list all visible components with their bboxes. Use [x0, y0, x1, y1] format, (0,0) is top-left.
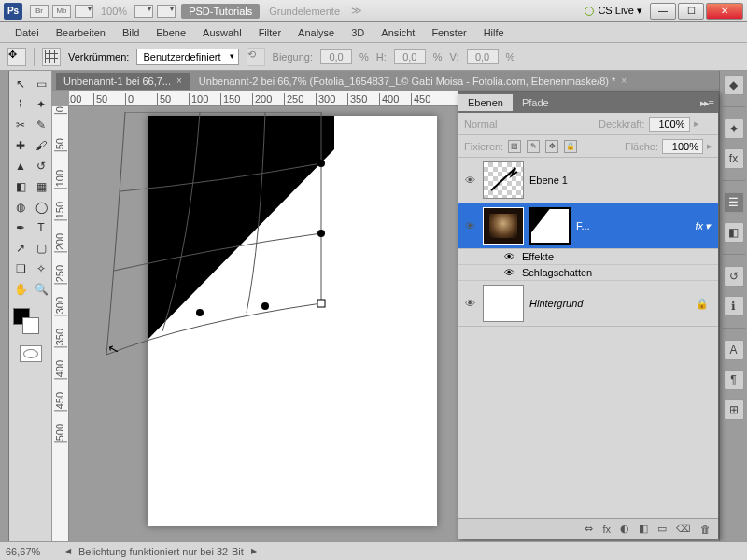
- close-icon[interactable]: ×: [621, 76, 627, 86]
- effects-row[interactable]: 👁Effekte: [458, 249, 718, 265]
- transform-icon[interactable]: ✥: [7, 48, 26, 66]
- minibridge-button[interactable]: Mb: [52, 5, 71, 18]
- lasso-tool[interactable]: ⌇: [11, 95, 30, 114]
- panel-tab-pfade[interactable]: Pfade: [513, 94, 558, 111]
- layer-name[interactable]: Ebene 1: [529, 175, 568, 186]
- layers-panel[interactable]: Ebenen Pfade ▸▸ ≡ Normal Deckkraft: 100%…: [458, 91, 719, 539]
- para-panel-icon[interactable]: ¶: [724, 370, 744, 390]
- lock-pixels-icon[interactable]: ▨: [508, 140, 521, 153]
- menu-bearbeiten[interactable]: Bearbeiten: [49, 25, 113, 40]
- group-icon[interactable]: ▭: [657, 523, 667, 535]
- adjustment-layer-icon[interactable]: ◧: [639, 523, 648, 535]
- info-panel-icon[interactable]: ℹ: [724, 296, 744, 316]
- menu-3d[interactable]: 3D: [344, 25, 372, 40]
- hand-tool[interactable]: ✋: [11, 280, 30, 299]
- status-next-icon[interactable]: ▶: [251, 547, 257, 555]
- more-workspaces[interactable]: ≫: [351, 5, 362, 17]
- heal-tool[interactable]: ✚: [11, 136, 30, 155]
- layer-row[interactable]: 👁 Ebene 1: [458, 158, 718, 203]
- menu-auswahl[interactable]: Auswahl: [195, 25, 249, 40]
- layer-name[interactable]: Hintergrund: [529, 298, 583, 309]
- styles-panel-icon[interactable]: fx: [724, 148, 744, 169]
- layout-dropdown[interactable]: [75, 5, 93, 18]
- eyedropper-tool[interactable]: ✎: [32, 116, 50, 134]
- move-tool[interactable]: ↖: [11, 75, 30, 93]
- stamp-tool[interactable]: ▲: [11, 157, 30, 175]
- marquee-tool[interactable]: ▭: [32, 75, 50, 93]
- window-close[interactable]: ✕: [706, 3, 743, 20]
- trash-icon[interactable]: 🗑: [700, 524, 711, 535]
- wand-tool[interactable]: ✦: [32, 95, 50, 114]
- lock-move-icon[interactable]: ✥: [545, 140, 558, 153]
- menu-analyse[interactable]: Analyse: [290, 25, 342, 40]
- menu-fenster[interactable]: Fenster: [424, 25, 473, 40]
- fill-input[interactable]: 100%: [662, 139, 703, 154]
- view-dropdown[interactable]: [134, 5, 153, 18]
- menu-datei[interactable]: Datei: [7, 25, 47, 40]
- adjust-panel-icon[interactable]: ✦: [724, 119, 744, 139]
- status-prev-icon[interactable]: ◀: [65, 547, 71, 555]
- ruler-vertical[interactable]: 050100150200250300350400450500: [52, 106, 69, 541]
- lock-all-icon[interactable]: 🔒: [564, 140, 577, 153]
- warp-preset-combo[interactable]: Benutzerdefiniert: [136, 49, 238, 65]
- doc-tab-2[interactable]: Unbenannt-2 bei 66,7% (Fotolia_1654837_L…: [191, 73, 713, 90]
- 3d-tool[interactable]: ❑: [11, 259, 30, 278]
- new-layer-icon[interactable]: ⌫: [676, 523, 691, 535]
- type-tool[interactable]: T: [32, 218, 50, 237]
- layers-panel-icon[interactable]: ☰: [724, 192, 744, 213]
- menu-ansicht[interactable]: Ansicht: [374, 25, 422, 40]
- layer-row[interactable]: 👁 F... fx▾: [458, 203, 718, 249]
- close-icon[interactable]: ×: [176, 76, 182, 86]
- link-layers-icon[interactable]: ⇔: [585, 523, 593, 535]
- menu-bild[interactable]: Bild: [115, 25, 147, 40]
- lock-paint-icon[interactable]: ✎: [527, 140, 540, 153]
- blend-mode-combo[interactable]: Normal: [464, 119, 595, 130]
- layer-fx-icon[interactable]: fx: [602, 524, 611, 535]
- visibility-icon[interactable]: 👁: [462, 298, 477, 309]
- layer-name[interactable]: F...: [576, 220, 590, 231]
- crop-tool[interactable]: ✂: [11, 116, 30, 134]
- screen-dropdown[interactable]: [157, 5, 176, 18]
- mask-thumbnail[interactable]: [529, 207, 571, 245]
- panel-menu-icon[interactable]: ▸▸ ≡: [695, 97, 718, 109]
- workspace-alt[interactable]: Grundelemente: [269, 6, 340, 17]
- visibility-icon[interactable]: 👁: [501, 251, 516, 262]
- path-select-tool[interactable]: ↗: [11, 239, 30, 258]
- blur-tool[interactable]: ◍: [11, 198, 30, 217]
- color-panel-icon[interactable]: ◆: [724, 75, 744, 95]
- layer-mask-icon[interactable]: ◐: [620, 523, 629, 535]
- opacity-input[interactable]: 100%: [649, 117, 690, 132]
- eraser-tool[interactable]: ◧: [11, 177, 30, 196]
- menu-hilfe[interactable]: Hilfe: [476, 25, 512, 40]
- visibility-icon[interactable]: 👁: [501, 267, 516, 278]
- dodge-tool[interactable]: ◯: [32, 198, 50, 217]
- zoom-tool[interactable]: 🔍: [32, 280, 50, 299]
- visibility-icon[interactable]: 👁: [462, 220, 477, 231]
- bend-input[interactable]: 0,0: [320, 49, 352, 64]
- pen-tool[interactable]: ✒: [11, 218, 30, 237]
- char-panel-icon[interactable]: A: [724, 340, 744, 360]
- layer-thumbnail[interactable]: [483, 161, 524, 199]
- h-input[interactable]: 0,0: [394, 49, 426, 64]
- chevron-down-icon[interactable]: ▾: [705, 220, 711, 232]
- nav-panel-icon[interactable]: ⊞: [724, 399, 744, 420]
- v-input[interactable]: 0,0: [467, 49, 499, 64]
- doc-tab-1[interactable]: Unbenannt-1 bei 66,7...×: [56, 73, 190, 90]
- warp-grid-icon[interactable]: [42, 48, 61, 66]
- layer-row[interactable]: 👁 Hintergrund 🔒: [458, 281, 718, 327]
- warp-grid[interactable]: [106, 112, 340, 373]
- menu-filter[interactable]: Filter: [251, 25, 289, 40]
- history-brush-tool[interactable]: ↺: [32, 157, 50, 175]
- window-maximize[interactable]: ☐: [678, 3, 704, 20]
- orientation-icon[interactable]: ⟲: [247, 48, 265, 66]
- quickmask-icon[interactable]: [20, 345, 42, 362]
- layer-thumbnail[interactable]: [483, 285, 524, 322]
- brush-tool[interactable]: 🖌: [32, 136, 50, 155]
- panel-tab-ebenen[interactable]: Ebenen: [458, 94, 513, 111]
- gradient-tool[interactable]: ▦: [32, 177, 50, 196]
- shape-tool[interactable]: ▢: [32, 239, 50, 258]
- background-swatch[interactable]: [22, 317, 39, 334]
- zoom-field[interactable]: 66,67%: [6, 546, 58, 557]
- layer-thumbnail[interactable]: [483, 207, 524, 245]
- history-panel-icon[interactable]: ↺: [724, 266, 744, 287]
